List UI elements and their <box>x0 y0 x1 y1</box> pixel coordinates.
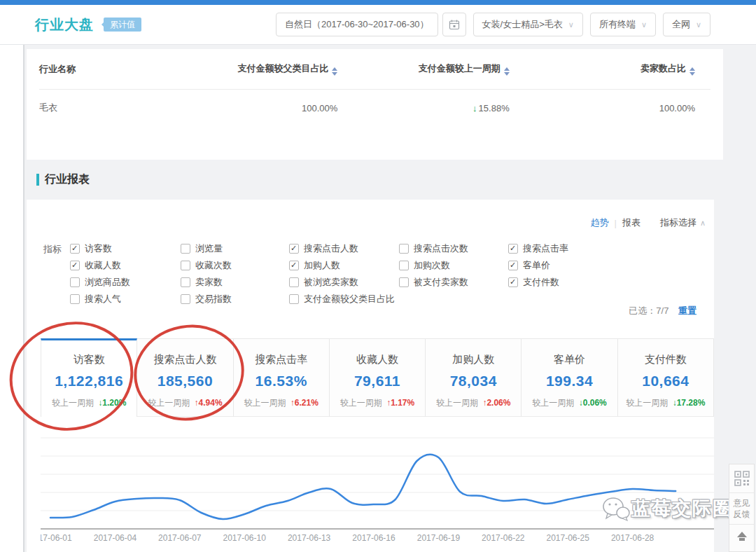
section-title: 行业报表 <box>45 172 90 187</box>
delta-down-value: ↓1.20% <box>98 398 126 408</box>
metric-checkbox-item[interactable]: 搜索点击人数 <box>289 240 395 257</box>
checkbox-unchecked-icon[interactable] <box>289 294 299 304</box>
metric-tab[interactable]: 搜索点击人数185,560较上一周期 ↑4.94% <box>137 338 233 417</box>
checkbox-checked-icon[interactable] <box>508 244 518 254</box>
checkbox-unchecked-icon[interactable] <box>70 294 80 304</box>
metric-tab-value: 16.53% <box>234 373 329 389</box>
sort-icon[interactable] <box>690 67 695 76</box>
terminal-dropdown[interactable]: 所有终端 ∨ <box>590 13 656 36</box>
metric-tab-value: 79,611 <box>330 373 425 389</box>
metric-tab-label: 搜索点击人数 <box>137 353 232 366</box>
column-header-seller-ratio[interactable]: 卖家数占比 <box>552 62 710 76</box>
checkbox-unchecked-icon[interactable] <box>399 277 409 287</box>
metric-tab-value: 185,560 <box>137 373 232 389</box>
checkbox-unchecked-icon[interactable] <box>70 277 80 287</box>
column-header-parent-ratio[interactable]: 支付金额较父类目占比 <box>165 62 365 76</box>
metric-checkbox-item[interactable]: 支付件数 <box>508 274 568 291</box>
sort-icon[interactable] <box>504 67 510 76</box>
checkbox-checked-icon[interactable] <box>70 244 80 254</box>
category-dropdown[interactable]: 女装/女士精品>毛衣 ∨ <box>473 13 583 36</box>
metric-checkbox-item[interactable]: 浏览商品数 <box>70 274 130 291</box>
metric-checkbox-item[interactable]: 被支付卖家数 <box>399 274 468 291</box>
metric-tab[interactable]: 加购人数78,034较上一周期 ↑2.06% <box>426 338 522 417</box>
qr-code-button[interactable] <box>729 464 754 492</box>
feedback-button[interactable]: 意见 反馈 <box>729 492 754 524</box>
checkbox-checked-icon[interactable] <box>508 277 518 287</box>
metrics-picker-column: 浏览量收藏次数卖家数交易指数 <box>181 240 232 308</box>
floating-toolbar: 意见 反馈 <box>729 464 755 552</box>
header-controls: 自然日（2017-06-30~2017-06-30） 女装/女士精品>毛衣 ∨ … <box>276 13 710 36</box>
x-axis-tick-label: 2017-06-01 <box>41 533 72 543</box>
metric-checkbox-item[interactable]: 收藏次数 <box>181 257 232 274</box>
vs-prev-cell: ↓15.88% <box>365 103 551 113</box>
metric-checkbox-item[interactable]: 加购次数 <box>399 257 468 274</box>
sort-icon[interactable] <box>332 67 337 76</box>
industry-summary-card: 行业名称 支付金额较父类目占比 支付金额较上一周期 卖家数占比 毛衣 100.0… <box>27 49 723 160</box>
compare-label: 较上一周期 <box>532 398 576 408</box>
metric-tab[interactable]: 支付件数10,664较上一周期 ↓17.28% <box>618 338 714 417</box>
checkbox-unchecked-icon[interactable] <box>181 244 190 254</box>
view-trend-link[interactable]: 趋势 <box>591 216 609 229</box>
metric-checkbox-item[interactable]: 浏览量 <box>181 240 232 257</box>
wechat-icon <box>601 495 631 523</box>
metric-checkbox-label: 搜索点击次数 <box>414 242 468 255</box>
checkbox-unchecked-icon[interactable] <box>399 261 409 270</box>
metric-tab-label: 客单价 <box>522 353 617 366</box>
metric-checkbox-item[interactable]: 搜索点击率 <box>508 240 568 257</box>
metric-tab-value: 10,664 <box>618 373 713 389</box>
selected-count-row: 已选：7/7 重置 <box>629 305 696 317</box>
metric-tab-compare: 较上一周期 ↑2.06% <box>426 397 521 409</box>
x-axis-tick-label: 2017-06-07 <box>158 533 202 543</box>
date-range-selector[interactable]: 自然日（2017-06-30~2017-06-30） <box>276 13 438 36</box>
metric-checkbox-item[interactable]: 搜索点击次数 <box>399 240 468 257</box>
reset-link[interactable]: 重置 <box>678 305 696 316</box>
checkbox-checked-icon[interactable] <box>508 261 518 270</box>
metric-tab[interactable]: 访客数1,122,816较上一周期 ↓1.20% <box>41 338 137 417</box>
metric-checkbox-item[interactable]: 客单价 <box>508 257 568 274</box>
parent-ratio-cell: 100.00% <box>165 103 365 113</box>
metric-select-toggle[interactable]: 指标选择∧ <box>660 216 706 229</box>
delta-up-value: ↑2.06% <box>482 398 510 408</box>
back-to-top-button[interactable] <box>729 524 754 548</box>
chevron-up-icon: ∧ <box>700 219 706 227</box>
terminal-dropdown-value: 所有终端 <box>599 18 636 31</box>
calendar-icon <box>449 19 460 30</box>
metric-tab[interactable]: 搜索点击率16.53%较上一周期 ↑6.21% <box>234 338 330 417</box>
metric-tab-compare: 较上一周期 ↑6.21% <box>234 397 329 409</box>
checkbox-checked-icon[interactable] <box>289 261 299 270</box>
metric-checkbox-item[interactable]: 支付金额较父类目占比 <box>289 291 395 308</box>
compare-label: 较上一周期 <box>148 398 192 408</box>
checkbox-unchecked-icon[interactable] <box>399 244 409 254</box>
calendar-button[interactable] <box>442 13 466 36</box>
metric-tab[interactable]: 收藏人数79,611较上一周期 ↑1.17% <box>330 338 426 417</box>
metric-tab-value: 78,034 <box>426 373 521 389</box>
network-dropdown[interactable]: 全网 ∨ <box>663 13 710 36</box>
metric-checkbox-label: 卖家数 <box>195 276 223 289</box>
checkbox-checked-icon[interactable] <box>289 244 299 254</box>
metric-tab-label: 访客数 <box>41 353 136 366</box>
column-header-vs-prev[interactable]: 支付金额较上一周期 <box>365 62 551 76</box>
metric-checkbox-item[interactable]: 收藏人数 <box>70 257 130 274</box>
metric-tabs: 访客数1,122,816较上一周期 ↓1.20%搜索点击人数185,560较上一… <box>41 338 714 417</box>
metric-checkbox-label: 搜索点击率 <box>523 242 568 255</box>
metric-checkbox-item[interactable]: 卖家数 <box>181 274 232 291</box>
checkbox-unchecked-icon[interactable] <box>181 261 190 270</box>
checkbox-checked-icon[interactable] <box>70 261 80 270</box>
metric-checkbox-item[interactable]: 被浏览卖家数 <box>289 274 395 291</box>
metric-checkbox-item[interactable]: 搜索人气 <box>70 291 130 308</box>
metric-checkbox-label: 交易指数 <box>195 293 232 305</box>
metric-tab[interactable]: 客单价199.34较上一周期 ↓0.06% <box>522 338 617 417</box>
x-axis-tick-label: 2017-06-10 <box>223 533 267 543</box>
section-accent-bar <box>36 174 39 186</box>
checkbox-unchecked-icon[interactable] <box>181 294 190 304</box>
view-table-link[interactable]: 报表 <box>622 216 640 229</box>
metric-checkbox-item[interactable]: 访客数 <box>70 240 130 257</box>
checkbox-unchecked-icon[interactable] <box>289 277 299 287</box>
metric-tab-value: 1,122,816 <box>41 373 136 389</box>
metric-checkbox-item[interactable]: 加购人数 <box>289 257 395 274</box>
metric-checkbox-item[interactable]: 交易指数 <box>181 291 232 308</box>
seller-ratio-cell: 100.00% <box>552 103 710 113</box>
metric-checkbox-label: 支付金额较父类目占比 <box>304 293 395 305</box>
top-accent-bar <box>0 0 756 5</box>
checkbox-unchecked-icon[interactable] <box>181 277 190 287</box>
